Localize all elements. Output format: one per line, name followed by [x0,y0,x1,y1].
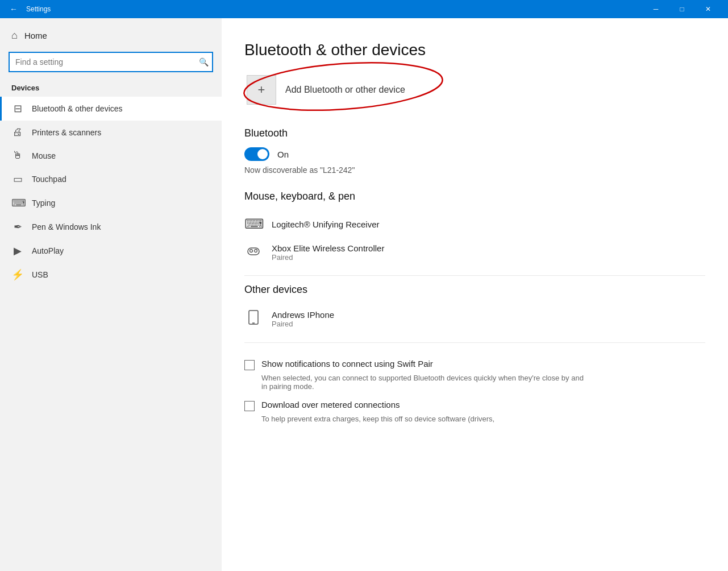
main-content: Bluetooth & other devices + Add Bluetoot… [222,18,728,571]
pen-nav-icon: ✒ [11,221,24,233]
device-status-xbox: Paired [272,253,384,262]
close-button[interactable]: ✕ [695,0,721,18]
home-label: Home [24,31,47,40]
mouse-section-title: Mouse, keyboard, & pen [244,191,705,202]
sidebar-item-pen[interactable]: ✒Pen & Windows Ink [0,215,222,239]
autoplay-nav-icon: ▶ [11,245,24,257]
sidebar-item-label-autoplay: AutoPlay [32,246,64,255]
home-icon: ⌂ [11,30,18,42]
bluetooth-section-title: Bluetooth [244,127,705,139]
sidebar-item-label-bluetooth: Bluetooth & other devices [32,104,123,113]
device-name-iphone: Andrews IPhone [272,310,334,320]
sidebar-item-autoplay[interactable]: ▶AutoPlay [0,239,222,263]
divider-1 [244,275,705,276]
sidebar-item-label-typing: Typing [32,198,55,208]
mouse-nav-icon: 🖱 [11,150,24,162]
metered-checkbox[interactable] [244,401,255,411]
add-device-button[interactable]: + Add Bluetooth or other device [244,73,407,107]
toggle-knob [257,149,268,159]
nav-items: ⊟Bluetooth & other devices🖨Printers & sc… [0,97,222,287]
sidebar-item-touchpad[interactable]: ▭Touchpad [0,167,222,191]
back-button[interactable]: ← [7,2,20,16]
device-status-iphone: Paired [272,320,334,328]
swift-pair-checkbox[interactable] [244,360,255,370]
sidebar-item-label-usb: USB [32,270,48,279]
page-title: Bluetooth & other devices [244,41,705,59]
sidebar-item-home[interactable]: ⌂ Home [0,18,222,47]
device-iphone: Andrews IPhone Paired [244,304,705,334]
gamepad-icon [244,245,263,260]
bluetooth-toggle-row: On [244,147,705,161]
device-name-logitech: Logitech® Unifying Receiver [272,220,379,229]
usb-nav-icon: ⚡ [11,268,24,281]
swift-pair-row: Show notifications to connect using Swif… [244,359,705,370]
plus-icon: + [258,82,265,97]
svg-point-2 [250,250,253,253]
metered-row: Download over metered connections [244,400,705,411]
maximize-button[interactable]: □ [669,0,695,18]
swift-pair-label: Show notifications to connect using Swif… [261,359,433,369]
sidebar-item-label-printers: Printers & scanners [32,128,101,137]
window-controls: ─ □ ✕ [643,0,721,18]
metered-desc: To help prevent extra charges, keep this… [261,415,591,423]
search-box: 🔍 [9,52,213,72]
discoverable-text: Now discoverable as "L21-242" [244,165,705,175]
printers-nav-icon: 🖨 [11,126,24,138]
bluetooth-nav-icon: ⊟ [11,102,24,115]
titlebar: ← Settings ─ □ ✕ [0,0,728,18]
keyboard-icon: ⌨ [244,216,263,232]
search-input[interactable] [9,52,213,72]
titlebar-title: Settings [26,5,643,13]
sidebar-item-label-mouse: Mouse [32,151,56,160]
bluetooth-toggle[interactable] [244,147,269,161]
sidebar-item-label-pen: Pen & Windows Ink [32,222,101,231]
add-device-label: Add Bluetooth or other device [285,85,405,95]
divider-2 [244,342,705,343]
metered-label: Download over metered connections [261,400,400,409]
swift-pair-section: Show notifications to connect using Swif… [244,359,705,423]
device-xbox: Xbox Elite Wireless Controller Paired [244,238,705,267]
other-section-title: Other devices [244,284,705,296]
minimize-button[interactable]: ─ [643,0,669,18]
swift-pair-desc: When selected, you can connect to suppor… [261,374,591,391]
app-body: ⌂ Home 🔍 Devices ⊟Bluetooth & other devi… [0,18,728,571]
sidebar-item-printers[interactable]: 🖨Printers & scanners [0,121,222,144]
sidebar-item-label-touchpad: Touchpad [32,175,66,184]
search-icon[interactable]: 🔍 [199,57,209,67]
touchpad-nav-icon: ▭ [11,173,24,185]
svg-rect-1 [248,248,259,255]
phone-icon [244,309,263,329]
bluetooth-on-label: On [277,150,289,159]
sidebar-item-usb[interactable]: ⚡USB [0,263,222,287]
sidebar-item-typing[interactable]: ⌨Typing [0,191,222,215]
add-icon-square: + [247,75,276,105]
sidebar-section-label: Devices [0,81,222,97]
device-logitech: ⌨ Logitech® Unifying Receiver [244,210,705,238]
sidebar-item-mouse[interactable]: 🖱Mouse [0,144,222,167]
sidebar-item-bluetooth[interactable]: ⊟Bluetooth & other devices [0,97,222,121]
svg-point-3 [255,250,257,253]
device-name-xbox: Xbox Elite Wireless Controller [272,243,384,253]
typing-nav-icon: ⌨ [11,197,24,209]
sidebar: ⌂ Home 🔍 Devices ⊟Bluetooth & other devi… [0,18,222,571]
